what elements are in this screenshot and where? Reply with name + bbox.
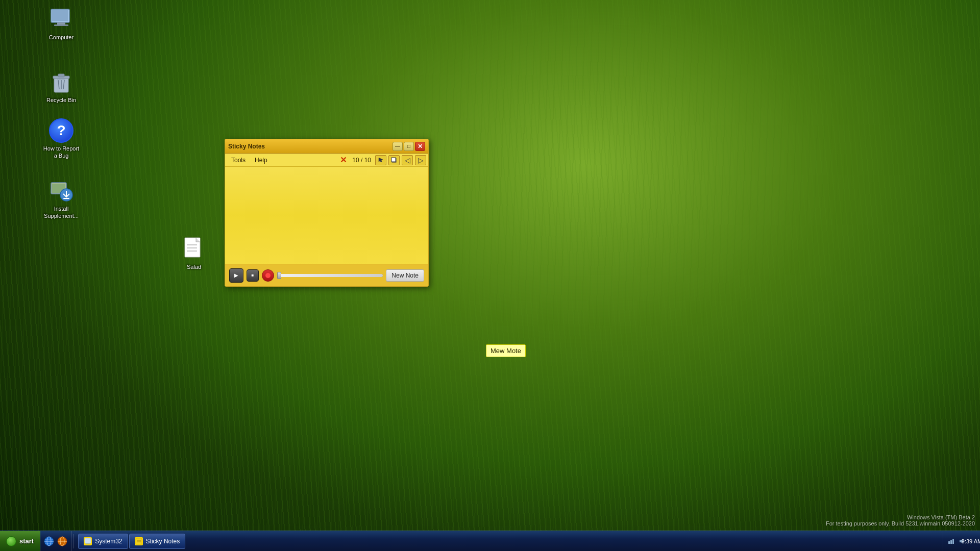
svg-rect-16 bbox=[391, 158, 396, 162]
help-menu[interactable]: Help bbox=[251, 156, 272, 165]
window-menubar: Tools Help ✕ 10 / 10 bbox=[225, 154, 428, 167]
taskbar-items: System32 Sticky Notes bbox=[76, 531, 943, 551]
watermark: Windows Vista (TM) Beta 2 For testing pu… bbox=[826, 514, 975, 527]
progress-fill bbox=[277, 274, 383, 277]
start-orb-icon bbox=[6, 536, 16, 546]
svg-rect-25 bbox=[85, 538, 91, 543]
taskbar-divider bbox=[74, 534, 74, 548]
salad-icon-label: Salad bbox=[176, 263, 212, 270]
svg-rect-26 bbox=[86, 543, 90, 544]
watermark-line2: For testing purposes only. Build 5231.wi… bbox=[826, 520, 975, 527]
window-title: Sticky Notes bbox=[228, 143, 265, 150]
computer-desktop-icon[interactable]: Computer bbox=[41, 5, 82, 43]
svg-rect-6 bbox=[58, 74, 64, 77]
note-counter: 10 / 10 bbox=[350, 157, 373, 164]
toolbar-controls: ✕ 10 / 10 ◁ ▷ bbox=[338, 155, 426, 165]
system32-taskbar-item[interactable]: System32 bbox=[78, 534, 128, 549]
new-note-popup: Mew Mote bbox=[486, 344, 526, 357]
recycle-bin-desktop-icon[interactable]: Recycle Bin bbox=[41, 68, 82, 106]
stop-icon: ■ bbox=[252, 273, 254, 278]
record-button[interactable] bbox=[262, 269, 274, 282]
clock-display[interactable]: 9:39 AM bbox=[968, 537, 976, 545]
salad-desktop-icon[interactable]: Salad bbox=[174, 235, 214, 272]
move-note-button[interactable] bbox=[375, 155, 386, 165]
cursor-icon bbox=[377, 157, 384, 164]
back-arrow-icon: ◁ bbox=[405, 156, 410, 164]
salad-file-icon bbox=[182, 237, 206, 261]
svg-rect-1 bbox=[52, 10, 68, 21]
install-supplements-icon-label: Install Supplement... bbox=[43, 205, 80, 220]
copy-note-button[interactable] bbox=[388, 155, 400, 165]
stop-button[interactable]: ■ bbox=[247, 269, 259, 282]
recycle-bin-icon bbox=[49, 70, 74, 94]
record-dot-icon bbox=[265, 273, 271, 278]
system32-icon bbox=[84, 537, 92, 545]
system-tray: 9:39 AM bbox=[943, 531, 980, 551]
install-icon bbox=[49, 179, 74, 203]
watermark-line1: Windows Vista (TM) Beta 2 bbox=[826, 514, 975, 520]
help-icon: ? bbox=[49, 118, 74, 143]
progress-bar[interactable] bbox=[277, 274, 383, 277]
delete-icon: ✕ bbox=[340, 155, 347, 165]
forward-arrow-icon: ▷ bbox=[418, 156, 424, 164]
how-to-report-desktop-icon[interactable]: ? How to Report a Bug bbox=[41, 116, 82, 162]
computer-icon-label: Computer bbox=[43, 34, 80, 41]
window-controls: — □ ✕ bbox=[393, 142, 425, 151]
maximize-button[interactable]: □ bbox=[404, 142, 414, 151]
start-label: start bbox=[19, 537, 34, 545]
svg-rect-31 bbox=[950, 540, 952, 544]
minimize-button[interactable]: — bbox=[393, 142, 403, 151]
svg-rect-30 bbox=[948, 541, 950, 544]
copy-icon bbox=[390, 157, 398, 164]
tools-menu[interactable]: Tools bbox=[227, 156, 250, 165]
playback-bar: ▶ ■ New Note bbox=[225, 264, 428, 286]
desktop: Computer Recycle Bin ? How to Report a B… bbox=[0, 0, 980, 551]
quick-launch-ie1[interactable] bbox=[43, 536, 55, 547]
quick-launch-bar bbox=[40, 531, 71, 551]
play-icon: ▶ bbox=[234, 272, 238, 278]
svg-rect-3 bbox=[54, 24, 68, 26]
system32-label: System32 bbox=[95, 538, 122, 545]
how-to-report-icon-label: How to Report a Bug bbox=[43, 145, 80, 160]
sticky-notes-taskbar-icon bbox=[135, 537, 143, 545]
sticky-notes-window: Sticky Notes — □ ✕ Tools Help ✕ bbox=[225, 139, 429, 287]
window-titlebar[interactable]: Sticky Notes — □ ✕ bbox=[225, 139, 428, 154]
close-button[interactable]: ✕ bbox=[415, 142, 425, 151]
new-note-popup-label: Mew Mote bbox=[491, 347, 521, 355]
start-button[interactable]: start bbox=[0, 531, 40, 551]
network-tray-icon[interactable] bbox=[947, 537, 955, 545]
back-button[interactable]: ◁ bbox=[402, 155, 413, 165]
computer-icon bbox=[49, 7, 74, 32]
new-note-button[interactable]: New Note bbox=[386, 269, 424, 282]
delete-note-button[interactable]: ✕ bbox=[338, 155, 348, 165]
svg-rect-32 bbox=[952, 539, 954, 544]
taskbar: start bbox=[0, 531, 980, 551]
sticky-notes-taskbar-item[interactable]: Sticky Notes bbox=[129, 534, 186, 549]
recycle-bin-icon-label: Recycle Bin bbox=[43, 96, 80, 104]
sticky-notes-taskbar-label: Sticky Notes bbox=[146, 538, 180, 545]
forward-button[interactable]: ▷ bbox=[415, 155, 426, 165]
svg-rect-2 bbox=[57, 22, 65, 24]
install-supplements-desktop-icon[interactable]: Install Supplement... bbox=[41, 177, 82, 222]
clock-time: 9:39 AM bbox=[962, 538, 980, 544]
note-content-area[interactable] bbox=[225, 167, 428, 264]
quick-launch-ie2[interactable] bbox=[57, 536, 68, 547]
progress-thumb bbox=[277, 272, 281, 279]
svg-rect-10 bbox=[63, 198, 69, 199]
svg-rect-27 bbox=[136, 538, 142, 544]
play-button[interactable]: ▶ bbox=[229, 268, 243, 283]
